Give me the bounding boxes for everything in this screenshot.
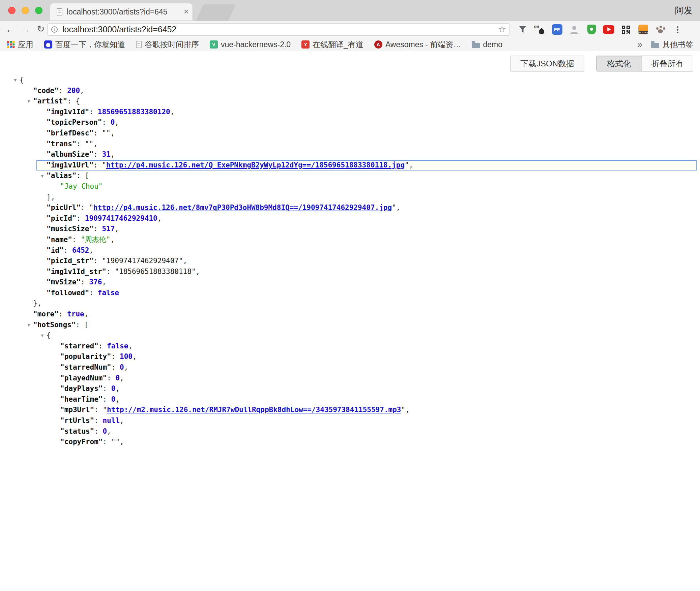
window-zoom-button[interactable] [35, 7, 42, 14]
json-token-key: "mp3Url" [60, 406, 94, 414]
translate-extension-icon[interactable]: en [534, 24, 546, 36]
collapse-toggle-icon[interactable]: ▼ [11, 75, 20, 86]
collapse-toggle-icon[interactable]: ▼ [25, 320, 33, 331]
funnel-extension-icon[interactable] [517, 24, 529, 36]
qr-code-extension-icon[interactable] [620, 24, 632, 36]
json-line: "musicSize": 517, [0, 224, 700, 235]
bookmark-apps[interactable]: 应用 [7, 39, 33, 50]
json-token-num: 0 [111, 384, 116, 393]
bookmark-item[interactable]: demo [472, 40, 502, 49]
bookmark-item[interactable]: 百度一下，你就知道 [44, 39, 125, 50]
navigation-bar: ← → ↻ i localhost:3000/artists?id=6452 ☆… [0, 21, 700, 38]
json-token-key: "img1v1Id_str" [47, 268, 106, 276]
bookmark-item[interactable]: 谷歌按时间排序 [136, 39, 199, 50]
folder-icon [472, 43, 480, 48]
json-token-pun: , [93, 140, 98, 148]
json-token-key: "more" [33, 310, 59, 318]
page-info-icon[interactable]: i [51, 26, 58, 33]
json-token-key: "hearTime" [60, 395, 103, 403]
json-line: "popularity": 100, [0, 351, 700, 362]
apps-grid-icon [7, 40, 15, 49]
bookmark-label: demo [483, 40, 502, 49]
json-token-pun: , [396, 204, 401, 212]
browser-tab[interactable]: localhost:3000/artists?id=645 × [50, 3, 193, 21]
player-label: PLAYER [639, 31, 648, 34]
collapse-toggle-icon[interactable]: ▼ [38, 171, 47, 182]
player-extension-icon[interactable]: PLAYER [637, 24, 649, 36]
json-line: ▼"hotSongs": [ [0, 320, 700, 331]
json-token-pun: : [89, 289, 97, 297]
viewer-mode-segment: 格式化 折叠所有 [596, 56, 693, 71]
json-token-pun: : [107, 374, 115, 382]
profile-extension-icon[interactable] [568, 24, 580, 36]
json-token-key: "popularity" [60, 352, 111, 361]
document-icon [136, 41, 142, 48]
json-token-bool: true [67, 310, 84, 318]
json-token-pun: , [409, 161, 413, 169]
bookmark-item[interactable]: Y在线翻译_有道 [301, 39, 363, 50]
format-button[interactable]: 格式化 [596, 56, 642, 71]
three-dots-icon [672, 24, 682, 36]
json-token-num: 0 [103, 427, 107, 435]
json-token-str: "周杰伦" [81, 236, 110, 244]
json-url-link[interactable]: http://m2.music.126.net/RMJR7wDullRqppBk… [107, 406, 401, 414]
profile-name[interactable]: 阿发 [675, 0, 693, 21]
json-token-pun: , [80, 87, 84, 95]
window-close-button[interactable] [8, 7, 16, 14]
back-button[interactable]: ← [4, 21, 17, 38]
collapse-toggle-icon[interactable]: ▼ [38, 330, 47, 341]
player-icon: PLAYER [638, 25, 648, 34]
pen-nib-icon [538, 28, 546, 35]
reload-button[interactable]: ↻ [34, 21, 47, 38]
collapse-toggle-icon[interactable]: ▼ [25, 96, 33, 107]
json-token-key: "picId_str" [47, 257, 93, 265]
json-line: "code": 200, [0, 86, 700, 96]
tab-close-icon[interactable]: × [184, 3, 189, 21]
json-token-pun: }, [33, 299, 41, 307]
address-bar[interactable]: i localhost:3000/artists?id=6452 ☆ [47, 23, 510, 36]
json-token-num: 0 [120, 363, 124, 371]
json-token-key: "starredNum" [60, 363, 111, 371]
json-token-num: 0 [111, 118, 115, 126]
window-minimize-button[interactable] [22, 7, 29, 14]
json-token-key: "dayPlays" [60, 384, 103, 393]
shield-icon [587, 25, 596, 34]
forward-button[interactable]: → [19, 21, 32, 38]
bookmark-star-icon[interactable]: ☆ [498, 24, 506, 35]
paw-extension-icon[interactable] [654, 24, 666, 36]
translate-en-label: en [534, 24, 539, 29]
json-token-pun: : [93, 257, 102, 265]
new-tab-button[interactable] [196, 4, 236, 21]
download-json-button[interactable]: 下载JSON数据 [510, 56, 584, 71]
bookmarks-overflow-chevron[interactable]: » [637, 39, 642, 50]
json-line: ▼{ [0, 75, 700, 86]
shield-extension-icon[interactable] [585, 24, 597, 36]
json-token-pun: : [106, 268, 115, 276]
play-icon [603, 25, 614, 34]
fe-extension-icon[interactable]: FE [551, 24, 563, 36]
json-url-link[interactable]: http://p4.music.126.net/Q_ExePNkmgB2yWyL… [106, 161, 405, 169]
bookmark-item[interactable]: Vvue-hackernews-2.0 [210, 40, 291, 49]
browser-menu-icon[interactable] [671, 24, 683, 36]
json-token-pun: [ [84, 321, 89, 329]
json-token-pun: " [401, 406, 405, 414]
bookmark-item[interactable]: AAwesomes - 前端资… [374, 39, 461, 50]
bookmark-label: Awesomes - 前端资… [385, 39, 461, 50]
json-line: }, [0, 298, 700, 309]
json-token-pun: , [115, 118, 119, 126]
json-token-key: "playedNum" [60, 374, 107, 382]
json-token-pun: { [20, 76, 24, 84]
json-token-pun: ], [47, 193, 55, 201]
json-token-key: "code" [33, 87, 59, 95]
json-token-num: 100 [120, 352, 133, 361]
json-token-pun: : [94, 406, 103, 414]
json-token-strd: "" [102, 129, 110, 137]
json-token-pun: : [59, 310, 67, 318]
json-url-link[interactable]: http://p4.music.126.net/8mv7qP30Pd3oHW8b… [93, 204, 392, 212]
youtube-extension-icon[interactable] [603, 24, 615, 36]
extensions-row: en FE PLAYER [517, 21, 683, 38]
collapse-all-button[interactable]: 折叠所有 [642, 56, 693, 71]
other-bookmarks[interactable]: 其他书签 [651, 39, 693, 50]
json-token-bool: false [107, 342, 128, 350]
json-token-pun: , [120, 374, 124, 382]
